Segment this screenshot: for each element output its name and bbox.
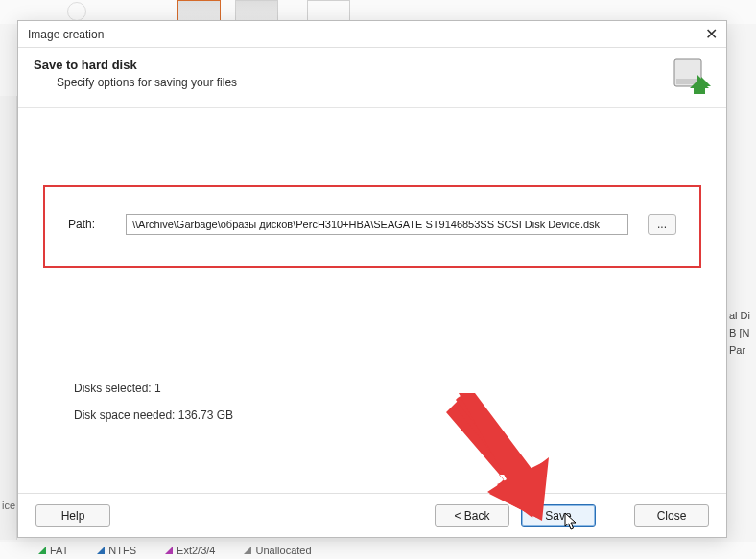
background-right-panel: al Di B [N Par [729, 192, 756, 364]
disks-selected-line: Disks selected: 1 [74, 382, 701, 395]
path-highlight-box: Path: ... [43, 185, 701, 268]
browse-button[interactable]: ... [648, 214, 676, 235]
dialog-header: Save to hard disk Specify options for sa… [18, 48, 726, 108]
close-icon[interactable]: ✕ [701, 25, 721, 43]
dialog-title: Image creation [28, 28, 104, 41]
help-button[interactable]: Help [35, 504, 110, 527]
legend-bar: FAT NTFS Ext2/3/4 Unallocated [0, 542, 756, 559]
save-button[interactable]: Save [521, 504, 596, 527]
legend-fat: FAT [38, 545, 68, 556]
disk-thumb [307, 0, 350, 21]
disk-space-line: Disk space needed: 136.73 GB [74, 408, 701, 422]
legend-ext: Ext2/3/4 [165, 545, 215, 556]
dialog-footer: Help < Back Save Close [18, 493, 726, 537]
back-button[interactable]: < Back [435, 504, 509, 527]
header-subtitle: Specify options for saving your files [57, 76, 237, 89]
legend-ntfs: NTFS [97, 545, 136, 556]
path-label: Path: [68, 218, 106, 231]
path-input[interactable] [126, 214, 628, 235]
disk-thumb [235, 0, 278, 21]
hard-disk-icon [673, 58, 711, 94]
legend-unallocated: Unallocated [244, 545, 311, 556]
titlebar: Image creation ✕ [18, 21, 726, 48]
disk-thumb [177, 0, 221, 21]
info-block: Disks selected: 1 Disk space needed: 136… [74, 382, 701, 435]
magnifier-icon [67, 2, 86, 21]
header-title: Save to hard disk [34, 58, 237, 72]
background-left-panel: ice [0, 96, 17, 540]
close-button[interactable]: Close [634, 504, 709, 527]
image-creation-dialog: Image creation ✕ Save to hard disk Speci… [17, 20, 727, 538]
svg-marker-2 [701, 77, 711, 86]
dialog-content: Path: ... Disks selected: 1 Disk space n… [18, 108, 726, 493]
